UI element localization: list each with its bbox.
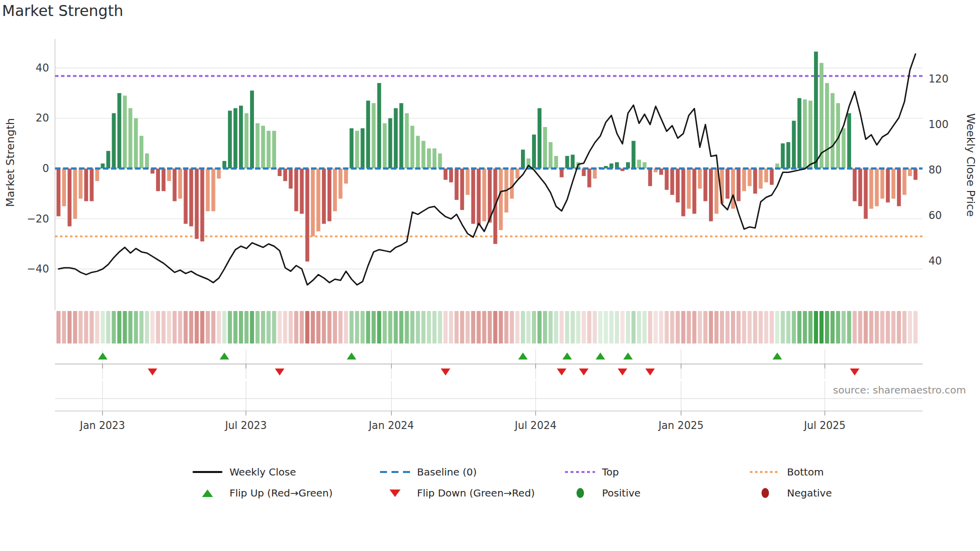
strength-bar <box>184 168 188 224</box>
strength-bar <box>316 168 320 232</box>
heatmap-cell <box>278 311 282 344</box>
strength-bar <box>206 168 210 211</box>
heatmap-cell <box>770 311 774 344</box>
heatmap-cell <box>388 311 392 344</box>
strength-bar <box>593 168 597 178</box>
flip-down-marker <box>148 368 157 376</box>
strength-bar <box>189 168 193 226</box>
strength-bar <box>786 142 790 168</box>
strength-bar <box>62 168 66 206</box>
heatmap-cell <box>504 311 508 344</box>
strength-bar <box>714 168 718 214</box>
legend-flip-down: Flip Down (Green→Red) <box>380 484 535 502</box>
strength-bar <box>499 168 503 230</box>
strength-bar <box>212 168 216 211</box>
heatmap-cell <box>560 311 564 344</box>
heatmap-cell <box>217 311 221 344</box>
heatmap-cell <box>521 311 525 344</box>
strength-bar <box>112 113 116 168</box>
heatmap-cell <box>654 311 658 344</box>
right-tick-label: 80 <box>928 164 942 176</box>
x-axis-band: Jan 2023Jul 2023Jan 2024Jul 2024Jan 2025… <box>55 364 922 432</box>
strength-bar <box>477 168 481 225</box>
strength-bar <box>842 128 846 168</box>
heatmap-cell <box>150 311 154 344</box>
heatmap-cell <box>476 311 480 344</box>
heatmap-cell <box>128 311 132 344</box>
heatmap-cell <box>902 311 906 344</box>
heatmap-cell <box>432 311 436 344</box>
heatmap-cell <box>366 311 370 344</box>
strength-bar <box>753 168 757 194</box>
legend-positive: Positive <box>565 484 640 502</box>
heatmap-cell <box>864 311 868 344</box>
heatmap-cell <box>610 311 614 344</box>
heatmap-cell <box>178 311 182 344</box>
x-tick-label: Jan 2024 <box>368 420 414 432</box>
heatmap-cell <box>516 311 520 344</box>
heatmap-cell <box>399 311 403 344</box>
strength-bar <box>128 108 132 168</box>
strength-bar <box>709 168 713 222</box>
heatmap-cell <box>554 311 558 344</box>
strength-bar <box>306 168 310 262</box>
x-tick-label: Jul 2024 <box>514 420 556 432</box>
heatmap-cell <box>792 311 796 344</box>
heatmap-cell <box>266 311 270 344</box>
strength-bar <box>758 168 762 188</box>
flip-up-triangle-icon <box>192 490 222 497</box>
heatmap-cell <box>134 311 138 344</box>
strength-bar <box>283 168 287 181</box>
strength-bar <box>432 148 436 168</box>
flip-up-marker <box>562 352 572 360</box>
strength-bar <box>637 160 641 168</box>
heatmap-cell <box>626 311 630 344</box>
heatmap-cell <box>261 311 265 344</box>
heatmap-cell <box>874 311 878 344</box>
heatmap-cell <box>548 311 552 344</box>
legend-bottom: Bottom <box>750 463 824 481</box>
strength-bar <box>770 168 774 185</box>
x-tick-label: Jan 2023 <box>79 420 125 432</box>
heatmap-cell <box>212 311 216 344</box>
heatmap-cell <box>593 311 597 344</box>
strength-bar <box>56 168 60 216</box>
strength-bar <box>748 168 752 186</box>
heatmap-cell <box>194 311 198 344</box>
heatmap-cell <box>189 311 193 344</box>
heatmap-cell <box>145 311 149 344</box>
strength-bar <box>96 168 100 181</box>
strength-bar <box>538 108 542 168</box>
strength-bar <box>482 168 486 222</box>
flip-up-marker <box>623 352 632 360</box>
heatmap-cell <box>758 311 762 344</box>
heatmap-cell <box>454 311 458 344</box>
legend-label: Bottom <box>787 466 824 478</box>
heatmap-cell <box>272 311 276 344</box>
strength-bar <box>400 103 404 168</box>
heatmap-cell <box>256 311 260 344</box>
legend-label: Top <box>602 466 619 478</box>
heatmap-cell <box>615 311 619 344</box>
flip-up-marker <box>347 352 356 360</box>
strength-bar <box>172 168 176 201</box>
heatmap-cell <box>570 311 574 344</box>
strength-bar <box>300 168 304 214</box>
chart-canvas: Jan 2023Jul 2023Jan 2024Jul 2024Jan 2025… <box>0 0 980 551</box>
strength-bar <box>140 136 144 168</box>
heatmap-cell <box>123 311 127 344</box>
heatmap-cell <box>283 311 287 344</box>
heatmap-cell <box>288 311 292 344</box>
heatmap-cell <box>488 311 492 344</box>
heatmap-cell <box>95 311 99 344</box>
heatmap-cell <box>648 311 652 344</box>
heatmap-cell <box>753 311 757 344</box>
heatmap-cell <box>869 311 873 344</box>
heatmap-cell <box>62 311 66 344</box>
heatmap-cell <box>360 311 364 344</box>
right-tick-label: 60 <box>928 210 942 222</box>
strength-bar <box>830 93 834 168</box>
flip-down-marker <box>275 368 284 376</box>
strength-bar <box>570 154 574 168</box>
strength-bar <box>897 168 901 206</box>
